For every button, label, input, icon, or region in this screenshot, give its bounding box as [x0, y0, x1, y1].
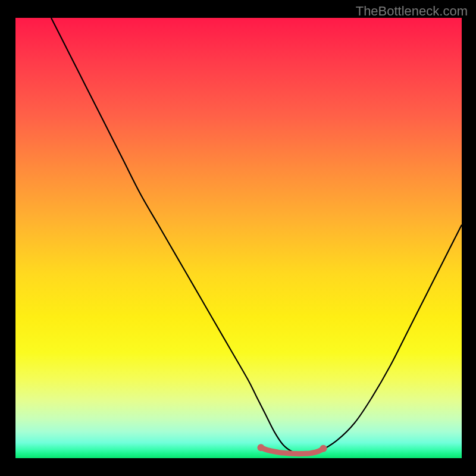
- optimal-zone-marker-line: [261, 447, 324, 453]
- bottleneck-curve-line: [51, 18, 462, 454]
- plot-area: [15, 18, 462, 458]
- attribution-label: TheBottleneck.com: [356, 4, 468, 19]
- svg-point-0: [258, 444, 265, 451]
- chart-svg: [15, 18, 462, 458]
- svg-point-1: [320, 445, 327, 452]
